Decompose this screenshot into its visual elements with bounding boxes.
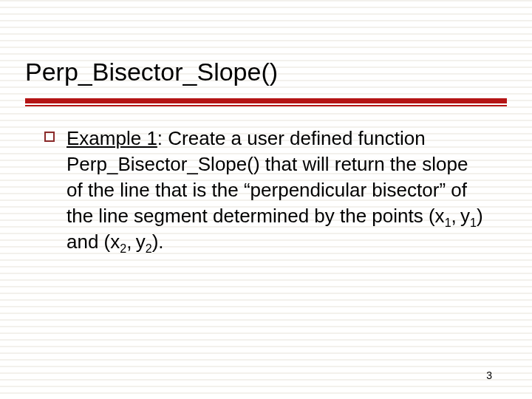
body-between-1: , y — [451, 205, 470, 227]
slide: Perp_Bisector_Slope() Example 1: Create … — [0, 0, 532, 399]
example-colon: : — [157, 127, 163, 149]
bullet-text: Example 1: Create a user defined functio… — [66, 126, 488, 255]
slide-title: Perp_Bisector_Slope() — [25, 58, 507, 95]
body-end: ). — [152, 231, 164, 253]
square-bullet-icon — [44, 132, 55, 142]
sub-1a: 1 — [445, 216, 451, 229]
title-area: Perp_Bisector_Slope() — [25, 58, 507, 106]
title-underline-thick — [25, 98, 507, 103]
page-number: 3 — [486, 369, 492, 381]
sub-2b: 2 — [146, 242, 152, 256]
sub-1b: 1 — [470, 216, 477, 229]
body-between-2: , y — [126, 231, 145, 253]
title-underline-thin — [25, 105, 507, 106]
bullet-item: Example 1: Create a user defined functio… — [44, 126, 488, 255]
example-label: Example 1 — [66, 127, 157, 149]
sub-2a: 2 — [120, 242, 126, 256]
body-area: Example 1: Create a user defined functio… — [44, 126, 488, 255]
